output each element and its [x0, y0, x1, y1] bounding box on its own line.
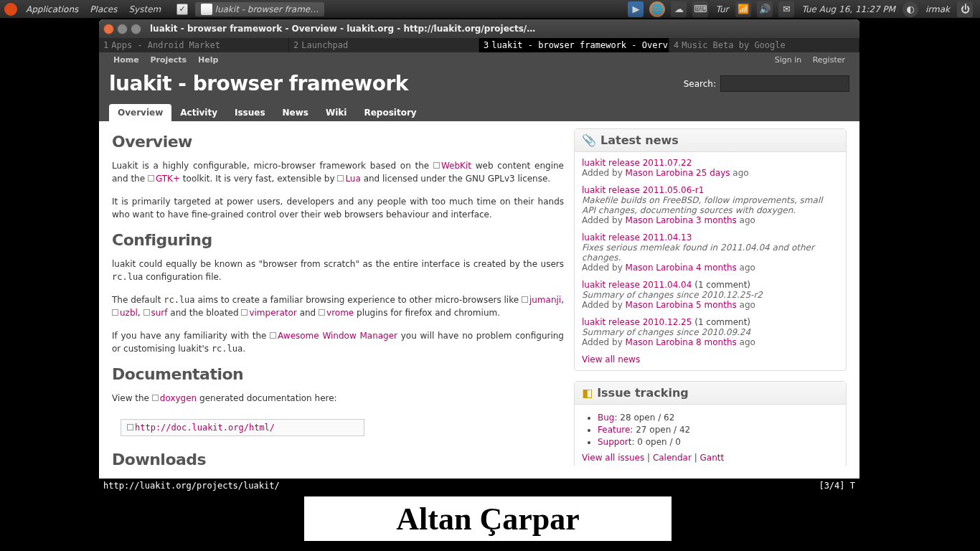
issue-stat-item: Bug: 28 open / 62 — [598, 413, 839, 423]
tab-activity[interactable]: Activity — [171, 104, 226, 121]
news-author-link[interactable]: Mason Larobina 3 months — [626, 215, 737, 225]
menu-places[interactable]: Places — [84, 4, 123, 14]
surf-link[interactable]: surf — [151, 308, 168, 318]
conf-p1: luakit could equally be known as "browse… — [112, 258, 564, 283]
doc-url-link[interactable]: http://doc.luakit.org/html/ — [135, 423, 275, 433]
tab-issues[interactable]: Issues — [226, 104, 274, 121]
doc-paragraph: View the doxygen generated documentation… — [112, 392, 564, 405]
header-global-links: Home Projects Help — [109, 55, 222, 65]
tab-repository[interactable]: Repository — [355, 104, 425, 121]
keyboard-layout-text[interactable]: Tur — [711, 4, 732, 14]
view-all-issues-link[interactable]: View all issues — [582, 453, 644, 463]
header-auth-links: Sign in Register — [771, 55, 849, 65]
overlay-text-box: Altan Çarpar — [301, 494, 674, 544]
username-text[interactable]: irmak — [921, 4, 954, 14]
power-icon[interactable]: ⏻ — [957, 1, 973, 17]
external-link-icon — [148, 175, 154, 182]
external-link-icon — [337, 175, 344, 182]
tab-4[interactable]: 4Music Beta by Google — [669, 38, 859, 52]
search-input[interactable] — [720, 75, 849, 92]
external-link-icon — [319, 309, 325, 316]
tab-2[interactable]: 2Launchpad — [289, 38, 479, 52]
external-link-icon — [522, 296, 528, 303]
news-item: luakit release 2011.04.13Fixes serious m… — [582, 232, 839, 273]
user-icon[interactable]: ◐ — [903, 1, 918, 17]
tab-3[interactable]: 3luakit - browser framework - Overvi — [479, 38, 669, 52]
tab-1[interactable]: 1Apps - Android Market — [99, 38, 289, 52]
globe-tray-icon[interactable]: 🌐 — [649, 1, 665, 17]
header-link-projects[interactable]: Projects — [151, 55, 187, 65]
page-header: Home Projects Help Sign in Register luak… — [99, 52, 859, 121]
documentation-heading: Documentation — [112, 365, 564, 383]
issue-tracker-link[interactable]: Bug — [598, 413, 614, 423]
news-title-link[interactable]: luakit release 2010.12.25 — [582, 317, 692, 327]
downloads-heading: Downloads — [112, 451, 564, 466]
vrome-link[interactable]: vrome — [326, 308, 354, 318]
conf-p3: If you have any familiarity with the Awe… — [112, 329, 564, 355]
news-author-link[interactable]: Mason Larobina 4 months — [626, 263, 737, 273]
uzbl-link[interactable]: uzbl — [120, 308, 138, 318]
overlay-text: Altan Çarpar — [396, 501, 579, 537]
tab-overview[interactable]: Overview — [109, 104, 171, 121]
signin-link[interactable]: Sign in — [775, 55, 802, 65]
issue-tracker-link[interactable]: Feature — [598, 425, 630, 435]
tab-wiki[interactable]: Wiki — [317, 104, 355, 121]
external-link-icon — [112, 309, 118, 316]
window-close-button[interactable] — [103, 24, 114, 34]
side-column: 📎Latest news luakit release 2011.07.22Ad… — [574, 128, 847, 458]
header-link-help[interactable]: Help — [198, 55, 218, 65]
external-link-icon — [433, 162, 440, 169]
issue-tracker-link[interactable]: Support — [598, 437, 631, 447]
webkit-link[interactable]: WebKit — [441, 161, 471, 171]
weather-icon[interactable]: ☁ — [671, 1, 687, 17]
latest-news-box: 📎Latest news luakit release 2011.07.22Ad… — [574, 128, 847, 371]
window-maximize-button[interactable] — [131, 24, 141, 34]
browser-tabbar: 1Apps - Android Market 2Launchpad 3luaki… — [99, 38, 859, 52]
vimperator-link[interactable]: vimperator — [249, 308, 296, 318]
latest-news-heading: Latest news — [600, 133, 679, 147]
view-all-news-link[interactable]: View all news — [582, 354, 640, 364]
header-link-home[interactable]: Home — [113, 55, 139, 65]
external-link-icon — [270, 332, 276, 339]
main-column: Overview Luakit is a highly configurable… — [112, 128, 574, 458]
ubuntu-logo-icon — [4, 3, 17, 16]
news-author-link[interactable]: Mason Larobina 25 days — [626, 168, 730, 178]
issue-tracking-heading: Issue tracking — [597, 386, 689, 400]
gantt-link[interactable]: Gantt — [700, 453, 725, 463]
news-author-link[interactable]: Mason Larobina 5 months — [626, 300, 737, 310]
news-item: luakit release 2011.05.06-r1Makefile bui… — [582, 185, 839, 225]
menu-system[interactable]: System — [123, 4, 166, 14]
mail-icon[interactable]: ✉ — [778, 1, 794, 17]
taskbar-window-button[interactable]: luakit - browser frame… — [195, 2, 324, 17]
wifi-icon[interactable]: 📶 — [735, 1, 751, 17]
awesome-link[interactable]: Awesome Window Manager — [278, 331, 397, 341]
news-author-link[interactable]: Mason Larobina 8 months — [626, 337, 737, 347]
window-titlebar[interactable]: luakit - browser framework - Overview - … — [99, 19, 859, 38]
jumanji-link[interactable]: jumanji — [529, 295, 561, 305]
register-link[interactable]: Register — [813, 55, 845, 65]
menu-applications[interactable]: Applications — [20, 4, 84, 14]
search-box: Search: — [684, 75, 849, 92]
lua-link[interactable]: Lua — [345, 174, 360, 184]
news-title-link[interactable]: luakit release 2011.04.04 — [582, 280, 692, 290]
target-paragraph: It is primarily targeted at power users,… — [112, 195, 564, 221]
gnome-panel: Applications Places System ✓ luakit - br… — [0, 0, 980, 18]
overview-heading: Overview — [112, 133, 564, 151]
external-link-icon — [127, 424, 133, 430]
news-title-link[interactable]: luakit release 2011.05.06-r1 — [582, 185, 704, 195]
status-right: [3/4] T — [819, 481, 855, 491]
volume-icon[interactable]: 🔊 — [757, 1, 773, 17]
media-player-icon[interactable]: ▶ — [628, 1, 644, 17]
keyboard-icon[interactable]: ⌨ — [692, 1, 708, 17]
doxygen-link[interactable]: doxygen — [160, 393, 197, 403]
clock-text[interactable]: Tue Aug 16, 11:27 PM — [797, 4, 899, 14]
news-title-link[interactable]: luakit release 2011.04.13 — [582, 232, 692, 242]
news-title-link[interactable]: luakit release 2011.07.22 — [582, 158, 692, 168]
gtk-link[interactable]: GTK+ — [156, 174, 180, 184]
calendar-link[interactable]: Calendar — [653, 453, 692, 463]
window-title: luakit - browser framework - Overview - … — [150, 24, 535, 34]
window-minimize-button[interactable] — [117, 24, 128, 34]
tab-news[interactable]: News — [274, 104, 317, 121]
globe-icon — [201, 4, 212, 15]
task-indicator-icon[interactable]: ✓ — [176, 4, 188, 15]
